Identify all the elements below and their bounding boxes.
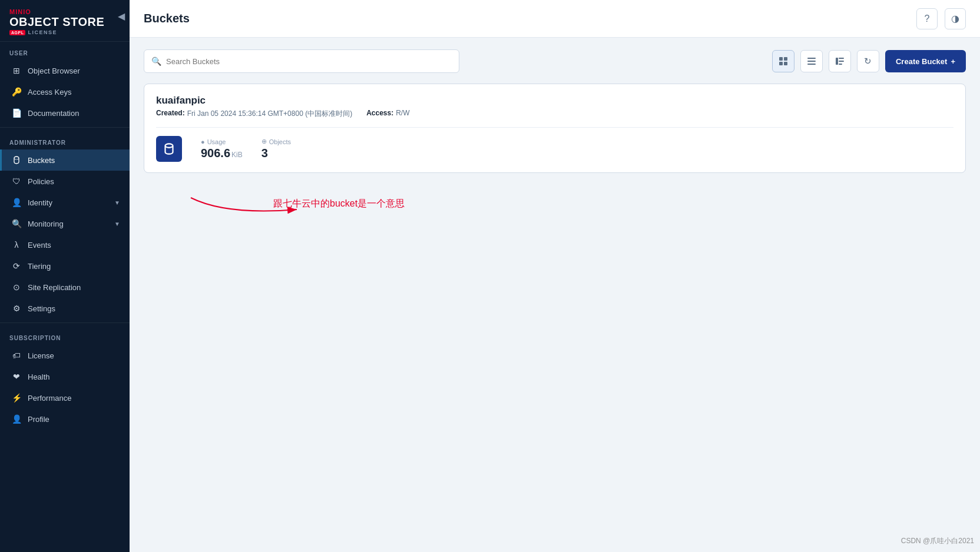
sidebar-item-label: Profile <box>28 415 49 424</box>
sidebar-item-label: Buckets <box>28 156 55 165</box>
user-section-label: User <box>0 42 130 60</box>
chevron-down-icon: ▼ <box>114 199 120 206</box>
objects-icon: ⊕ <box>261 138 267 145</box>
sidebar-item-label: Access Keys <box>28 88 71 97</box>
sidebar-item-buckets[interactable]: Buckets <box>0 149 130 171</box>
sidebar-item-license[interactable]: 🏷 License <box>0 345 130 366</box>
sidebar-item-label: License <box>28 351 54 360</box>
svg-rect-9 <box>839 61 844 62</box>
performance-icon: ⚡ <box>11 393 22 403</box>
sidebar-item-policies[interactable]: 🛡 Policies <box>0 171 130 192</box>
bucket-name: kuaifanpic <box>156 95 953 107</box>
svg-rect-1 <box>784 57 787 61</box>
monitoring-icon: 🔍 <box>11 218 22 229</box>
sidebar-item-access-keys[interactable]: 🔑 Access Keys <box>0 81 130 102</box>
events-icon: λ <box>11 240 22 250</box>
bucket-meta: Created: Fri Jan 05 2024 15:36:14 GMT+08… <box>156 109 953 119</box>
sidebar-item-label: Policies <box>28 177 54 186</box>
identity-icon: 👤 <box>11 197 22 208</box>
admin-section-label: Administrator <box>0 131 130 149</box>
circle-icon: ● <box>201 138 205 145</box>
annotation-text: 跟七牛云中的bucket是一个意思 <box>273 198 405 210</box>
logo-area: MINIO OBJECT STORE AGPL LICENSE ◀ <box>0 0 130 42</box>
sidebar-item-label: Health <box>28 373 50 381</box>
bucket-access: Access: R/W <box>366 109 409 119</box>
sidebar-divider-1 <box>0 127 130 128</box>
annotation-area: 跟七牛云中的bucket是一个意思 <box>144 180 966 227</box>
subscription-section-label: Subscription <box>0 327 130 345</box>
sidebar-collapse-button[interactable]: ◀ <box>113 8 130 24</box>
watermark: CSDN @爪哇小白2021 <box>901 536 974 546</box>
access-keys-icon: 🔑 <box>11 87 22 97</box>
detail-view-button[interactable] <box>829 50 851 72</box>
sidebar-item-label: Tiering <box>28 262 51 271</box>
grid-view-button[interactable] <box>772 50 794 72</box>
topbar: Buckets ? ◑ <box>130 0 980 38</box>
bucket-created: Created: Fri Jan 05 2024 15:36:14 GMT+08… <box>156 109 352 119</box>
svg-rect-7 <box>836 58 838 65</box>
usage-stat: ● Usage 906.6KiB <box>201 138 243 160</box>
sidebar-item-object-browser[interactable]: ⊞ Object Browser <box>0 60 130 81</box>
content-area: 🔍 ↻ <box>130 38 980 552</box>
usage-value: 906.6KiB <box>201 147 243 160</box>
object-browser-icon: ⊞ <box>11 65 22 76</box>
bucket-divider <box>156 127 953 128</box>
sidebar-item-performance[interactable]: ⚡ Performance <box>0 387 130 408</box>
objects-stat: ⊕ Objects 3 <box>261 138 291 160</box>
sidebar-item-profile[interactable]: 👤 Profile <box>0 408 130 430</box>
svg-rect-10 <box>839 64 842 65</box>
sidebar-item-label: Events <box>28 241 51 250</box>
page-title: Buckets <box>144 12 909 25</box>
bucket-card[interactable]: kuaifanpic Created: Fri Jan 05 2024 15:3… <box>144 84 966 173</box>
search-input[interactable] <box>166 57 452 66</box>
sidebar-item-events[interactable]: λ Events <box>0 234 130 255</box>
sidebar-item-documentation[interactable]: 📄 Documentation <box>0 102 130 124</box>
logo-title: OBJECT STORE <box>9 15 120 28</box>
help-button[interactable]: ? <box>916 8 938 29</box>
created-value: Fri Jan 05 2024 15:36:14 GMT+0800 (中国标准时… <box>187 109 352 119</box>
sidebar-item-tiering[interactable]: ⟳ Tiering <box>0 255 130 277</box>
sidebar-item-label: Documentation <box>28 109 79 118</box>
bucket-stats: ● Usage 906.6KiB ⊕ Objects 3 <box>156 136 953 162</box>
objects-value: 3 <box>261 147 291 160</box>
theme-toggle-button[interactable]: ◑ <box>945 8 966 29</box>
svg-rect-2 <box>779 62 783 65</box>
access-value: R/W <box>396 109 409 119</box>
sidebar-item-settings[interactable]: ⚙ Settings <box>0 298 130 319</box>
health-icon: ❤ <box>11 371 22 382</box>
sidebar-item-health[interactable]: ❤ Health <box>0 366 130 387</box>
bucket-icon <box>156 136 182 162</box>
sidebar: MINIO OBJECT STORE AGPL LICENSE ◀ User ⊞… <box>0 0 130 552</box>
logo-license: LICENSE <box>28 29 57 35</box>
sidebar-item-label: Monitoring <box>28 220 64 228</box>
usage-label: ● Usage <box>201 138 243 145</box>
sidebar-item-label: Settings <box>28 304 55 313</box>
license-icon: 🏷 <box>11 350 22 361</box>
create-bucket-button[interactable]: Create Bucket + <box>885 50 966 72</box>
svg-rect-5 <box>807 61 816 62</box>
sidebar-item-identity[interactable]: 👤 Identity ▼ <box>0 192 130 213</box>
svg-rect-6 <box>807 64 816 65</box>
search-box: 🔍 <box>144 49 459 73</box>
svg-rect-0 <box>779 57 783 61</box>
sidebar-item-site-replication[interactable]: ⊙ Site Replication <box>0 277 130 298</box>
svg-rect-4 <box>807 58 816 59</box>
toolbar-row: 🔍 ↻ <box>144 49 966 73</box>
tiering-icon: ⟳ <box>11 261 22 271</box>
sidebar-item-label: Object Browser <box>28 66 80 75</box>
bucket-svg-icon <box>161 141 177 157</box>
buckets-icon <box>11 155 22 165</box>
logo-badge: AGPL <box>9 30 25 35</box>
profile-icon: 👤 <box>11 414 22 424</box>
refresh-button[interactable]: ↻ <box>857 50 879 72</box>
sidebar-item-monitoring[interactable]: 🔍 Monitoring ▼ <box>0 213 130 234</box>
documentation-icon: 📄 <box>11 108 22 118</box>
list-view-button[interactable] <box>800 50 823 72</box>
search-icon: 🔍 <box>151 56 161 66</box>
objects-label: ⊕ Objects <box>261 138 291 145</box>
site-replication-icon: ⊙ <box>11 282 22 292</box>
policies-icon: 🛡 <box>11 176 22 187</box>
sidebar-item-label: Performance <box>28 394 71 403</box>
settings-icon: ⚙ <box>11 303 22 314</box>
chevron-down-icon: ▼ <box>114 221 120 227</box>
